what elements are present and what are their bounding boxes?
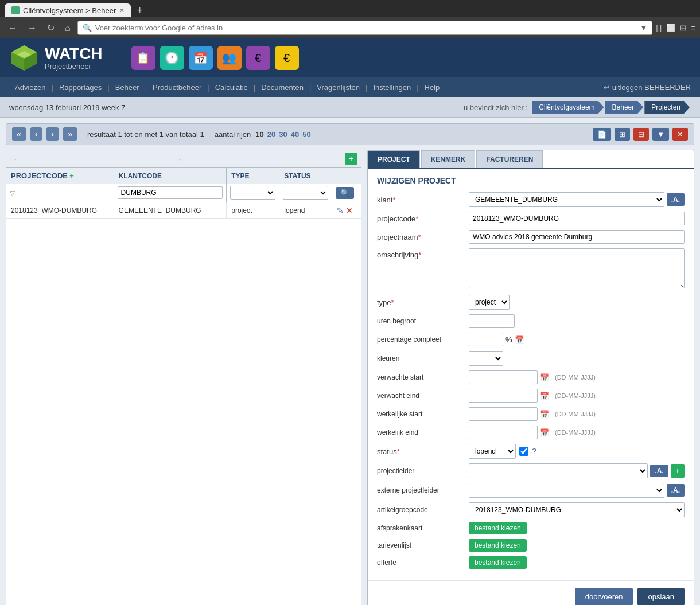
first-page-button[interactable]: « (12, 127, 26, 141)
results-toolbar: « ‹ › » resultaat 1 tot en met 1 van tot… (6, 123, 694, 145)
klant-select[interactable]: GEMEEENTE_DUMBURG (469, 192, 664, 207)
logout-button[interactable]: uitloggen BEHEERDER (604, 83, 691, 92)
type-select[interactable]: project intern offerte (469, 295, 510, 310)
row-edit-button[interactable]: ✎ (337, 206, 344, 215)
verwacht-eind-input[interactable] (469, 389, 538, 403)
verwachte-start-input[interactable] (469, 370, 538, 384)
col-klantcode[interactable]: KLANTCODE (114, 168, 227, 184)
status-select[interactable]: lopend afgerond inactief (469, 444, 516, 459)
tab-close-button[interactable]: × (119, 6, 124, 15)
filter-button[interactable]: ▼ (652, 128, 669, 141)
address-input[interactable] (95, 24, 637, 32)
externe-projectleider-select[interactable] (469, 483, 664, 498)
nav-documenten[interactable]: Documenten (255, 81, 309, 94)
kleuren-select[interactable] (469, 351, 503, 366)
artikelgroepcode-select[interactable]: 2018123_WMO-DUMBURG (469, 502, 685, 517)
prev-page-button[interactable]: ‹ (30, 127, 42, 141)
logo: WATCH Projectbeheer (9, 43, 103, 73)
euro-app-icon[interactable]: € (246, 46, 270, 70)
status-filter-select[interactable]: lopend (283, 186, 328, 200)
projectnaam-input[interactable] (469, 230, 685, 244)
rows-40[interactable]: 40 (291, 130, 299, 139)
verwacht-eind-calendar-icon[interactable]: 📅 (540, 392, 549, 400)
back-button[interactable]: ← (5, 22, 21, 34)
opslaan-button[interactable]: opslaan (637, 588, 685, 605)
col-add-link[interactable]: + (69, 171, 74, 180)
browser-tab[interactable]: Cliëntvolgsysteem > Beheer × (5, 3, 131, 17)
next-page-button[interactable]: › (46, 127, 59, 141)
type-label: type* (377, 298, 469, 307)
projectleider-lookup-button[interactable]: .A. (650, 465, 668, 477)
werkelijke-start-label: werkelijke start (377, 410, 469, 418)
menu-icon[interactable]: ≡ (691, 24, 695, 32)
forward-button[interactable]: → (24, 22, 40, 34)
row-delete-button[interactable]: ✕ (346, 206, 353, 215)
klant-lookup-button[interactable]: .A. (667, 193, 685, 206)
search-button[interactable]: 🔍 (336, 187, 354, 199)
move-right-button[interactable]: → (10, 153, 18, 165)
status-checkbox[interactable] (519, 447, 528, 456)
percentage-input[interactable] (469, 333, 503, 346)
externe-projectleider-lookup-button[interactable]: .A. (667, 484, 685, 497)
layout-button[interactable]: ⊞ (615, 128, 630, 141)
rows-30[interactable]: 30 (279, 130, 287, 139)
klantcode-filter-input[interactable] (118, 186, 223, 199)
tarievenlijst-button[interactable]: bestand kiezen (469, 539, 527, 552)
percentage-symbol: % (505, 335, 512, 344)
projectleider-select[interactable] (469, 463, 648, 478)
time-app-icon[interactable]: 🕐 (160, 46, 184, 70)
tab-factureren[interactable]: FACTUREREN (476, 150, 543, 168)
new-tab-button[interactable]: + (134, 5, 145, 17)
documents-app-icon[interactable]: 📋 (131, 46, 155, 70)
col-type[interactable]: TYPE (227, 168, 279, 184)
type-filter-select[interactable]: project (230, 186, 275, 200)
tab-project[interactable]: PROJECT (368, 150, 420, 168)
people-app-icon[interactable]: 👥 (217, 46, 242, 70)
add-row-button[interactable]: + (345, 153, 357, 165)
percentage-calendar-icon[interactable]: 📅 (515, 335, 524, 344)
nav-rapportages[interactable]: Rapportages (53, 81, 107, 94)
omschrijving-textarea[interactable] (469, 248, 685, 288)
home-button[interactable]: ⌂ (61, 22, 74, 34)
rows-20[interactable]: 20 (267, 130, 275, 139)
layout2-button[interactable]: ⊟ (633, 128, 649, 141)
apps-icon[interactable]: ⊞ (680, 24, 686, 32)
nav-vragenlijsten[interactable]: Vragenlijsten (311, 81, 365, 94)
werkelijk-eind-calendar-icon[interactable]: 📅 (540, 428, 549, 437)
browser-chrome: Cliëntvolgsysteem > Beheer × + (0, 0, 700, 17)
breadcrumb-item-1[interactable]: Cliëntvolgsysteem (532, 101, 604, 114)
verwachte-start-calendar-icon[interactable]: 📅 (540, 373, 549, 382)
euro2-app-icon[interactable]: € (275, 46, 299, 70)
nav-beheer[interactable]: Beheer (110, 81, 145, 94)
nav-help[interactable]: Help (419, 81, 446, 94)
move-left-button[interactable]: ← (177, 153, 185, 165)
afsprakenkaart-button[interactable]: bestand kiezen (469, 522, 527, 534)
export-button[interactable]: 📄 (593, 128, 611, 141)
werkelijke-start-input[interactable] (469, 407, 538, 421)
reload-button[interactable]: ↻ (44, 21, 58, 34)
rows-10[interactable]: 10 (255, 130, 263, 139)
breadcrumb-item-2[interactable]: Beheer (605, 101, 644, 114)
projectcode-input[interactable] (469, 212, 685, 225)
nav-calculatie[interactable]: Calculatie (209, 81, 254, 94)
filter-clear-button[interactable]: ✕ (672, 128, 688, 141)
nav-productbeheer[interactable]: Productbeheer (147, 81, 207, 94)
tabs-icon[interactable]: ⬜ (666, 24, 675, 32)
werkelijk-eind-input[interactable] (469, 426, 538, 439)
last-page-button[interactable]: » (63, 127, 77, 141)
werkelijke-start-calendar-icon[interactable]: 📅 (540, 410, 549, 419)
breadcrumb-item-3[interactable]: Projecten (644, 101, 690, 114)
calendar-app-icon[interactable]: 📅 (189, 46, 213, 70)
offerte-button[interactable]: bestand kiezen (469, 556, 527, 569)
doorvoeren-button[interactable]: doorvoeren (575, 588, 633, 605)
bookmarks-icon[interactable]: ||| (656, 24, 662, 32)
status-help-icon[interactable]: ? (532, 447, 536, 456)
col-status[interactable]: STATUS (279, 168, 332, 184)
rows-50[interactable]: 50 (302, 130, 310, 139)
projectleider-add-button[interactable]: + (671, 464, 685, 478)
nav-instellingen[interactable]: Instellingen (367, 81, 417, 94)
nav-adviezen[interactable]: Adviezen (9, 81, 51, 94)
tab-kenmerk[interactable]: KENMERK (421, 150, 476, 168)
uren-input[interactable] (469, 314, 515, 328)
col-projectcode[interactable]: PROJECTCODE + (6, 168, 114, 184)
